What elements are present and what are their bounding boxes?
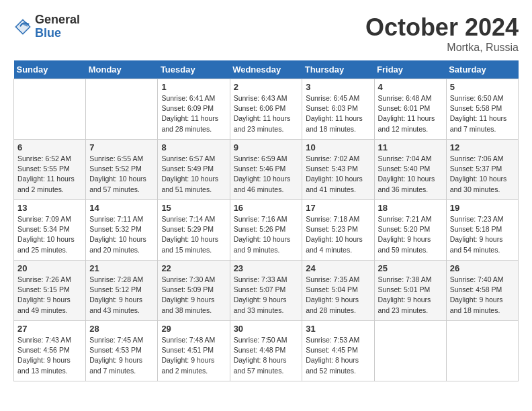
calendar-cell: 29Sunrise: 7:48 AM Sunset: 4:51 PM Dayli… xyxy=(158,321,230,381)
day-info: Sunrise: 7:50 AM Sunset: 4:48 PM Dayligh… xyxy=(234,335,299,376)
page-header: General Blue October 2024 Mortka, Russia xyxy=(13,13,519,54)
day-number: 28 xyxy=(89,324,154,334)
day-info: Sunrise: 6:50 AM Sunset: 5:58 PM Dayligh… xyxy=(450,93,515,134)
day-info: Sunrise: 6:41 AM Sunset: 6:09 PM Dayligh… xyxy=(161,93,226,134)
calendar-cell: 9Sunrise: 6:59 AM Sunset: 5:46 PM Daylig… xyxy=(230,140,302,200)
day-info: Sunrise: 7:18 AM Sunset: 5:23 PM Dayligh… xyxy=(306,214,370,255)
weekday-header-tuesday: Tuesday xyxy=(158,60,230,79)
logo-text: General Blue xyxy=(35,13,80,40)
calendar-cell: 19Sunrise: 7:23 AM Sunset: 5:18 PM Dayli… xyxy=(446,200,518,261)
day-info: Sunrise: 7:45 AM Sunset: 4:53 PM Dayligh… xyxy=(89,335,154,376)
month-title: October 2024 xyxy=(365,13,519,42)
day-info: Sunrise: 7:11 AM Sunset: 5:32 PM Dayligh… xyxy=(89,214,154,255)
calendar-cell: 14Sunrise: 7:11 AM Sunset: 5:32 PM Dayli… xyxy=(86,200,158,261)
day-number: 4 xyxy=(378,82,443,92)
day-number: 12 xyxy=(450,142,515,152)
day-number: 19 xyxy=(450,203,515,213)
calendar-cell: 16Sunrise: 7:16 AM Sunset: 5:26 PM Dayli… xyxy=(230,200,302,261)
day-number: 22 xyxy=(161,263,226,273)
day-number: 23 xyxy=(234,263,299,273)
calendar-cell: 28Sunrise: 7:45 AM Sunset: 4:53 PM Dayli… xyxy=(86,321,158,381)
day-info: Sunrise: 6:55 AM Sunset: 5:52 PM Dayligh… xyxy=(89,154,154,195)
calendar-cell xyxy=(14,79,86,140)
day-number: 26 xyxy=(450,263,515,273)
day-info: Sunrise: 7:43 AM Sunset: 4:56 PM Dayligh… xyxy=(17,335,82,376)
day-info: Sunrise: 6:52 AM Sunset: 5:55 PM Dayligh… xyxy=(17,154,82,195)
weekday-header-wednesday: Wednesday xyxy=(230,60,302,79)
day-info: Sunrise: 7:35 AM Sunset: 5:04 PM Dayligh… xyxy=(306,275,370,316)
calendar-cell: 25Sunrise: 7:38 AM Sunset: 5:01 PM Dayli… xyxy=(374,261,446,321)
calendar-cell: 2Sunrise: 6:43 AM Sunset: 6:06 PM Daylig… xyxy=(230,79,302,140)
calendar-cell: 26Sunrise: 7:40 AM Sunset: 4:58 PM Dayli… xyxy=(446,261,518,321)
calendar-cell xyxy=(374,321,446,381)
day-number: 15 xyxy=(161,203,226,213)
calendar-cell: 12Sunrise: 7:06 AM Sunset: 5:37 PM Dayli… xyxy=(446,140,518,200)
day-number: 17 xyxy=(306,203,370,213)
day-info: Sunrise: 7:48 AM Sunset: 4:51 PM Dayligh… xyxy=(161,335,226,376)
calendar-cell: 10Sunrise: 7:02 AM Sunset: 5:43 PM Dayli… xyxy=(302,140,374,200)
day-info: Sunrise: 7:04 AM Sunset: 5:40 PM Dayligh… xyxy=(378,154,443,195)
calendar-cell xyxy=(446,321,518,381)
day-info: Sunrise: 7:02 AM Sunset: 5:43 PM Dayligh… xyxy=(306,154,370,195)
day-number: 16 xyxy=(234,203,299,213)
calendar-cell: 13Sunrise: 7:09 AM Sunset: 5:34 PM Dayli… xyxy=(14,200,86,261)
day-info: Sunrise: 7:38 AM Sunset: 5:01 PM Dayligh… xyxy=(378,275,443,316)
day-info: Sunrise: 6:59 AM Sunset: 5:46 PM Dayligh… xyxy=(234,154,299,195)
calendar-cell: 7Sunrise: 6:55 AM Sunset: 5:52 PM Daylig… xyxy=(86,140,158,200)
day-number: 7 xyxy=(89,142,154,152)
day-info: Sunrise: 7:16 AM Sunset: 5:26 PM Dayligh… xyxy=(234,214,299,255)
day-number: 20 xyxy=(17,263,82,273)
day-number: 24 xyxy=(306,263,370,273)
day-number: 29 xyxy=(161,324,226,334)
logo-blue: Blue xyxy=(35,27,80,40)
day-info: Sunrise: 6:45 AM Sunset: 6:03 PM Dayligh… xyxy=(306,93,370,134)
calendar-cell: 21Sunrise: 7:28 AM Sunset: 5:12 PM Dayli… xyxy=(86,261,158,321)
calendar-cell: 23Sunrise: 7:33 AM Sunset: 5:07 PM Dayli… xyxy=(230,261,302,321)
calendar-cell: 6Sunrise: 6:52 AM Sunset: 5:55 PM Daylig… xyxy=(14,140,86,200)
week-row-4: 20Sunrise: 7:26 AM Sunset: 5:15 PM Dayli… xyxy=(14,261,519,321)
day-number: 5 xyxy=(450,82,515,92)
calendar-cell: 24Sunrise: 7:35 AM Sunset: 5:04 PM Dayli… xyxy=(302,261,374,321)
day-info: Sunrise: 7:21 AM Sunset: 5:20 PM Dayligh… xyxy=(378,214,443,255)
calendar-cell: 20Sunrise: 7:26 AM Sunset: 5:15 PM Dayli… xyxy=(14,261,86,321)
day-number: 31 xyxy=(306,324,370,334)
calendar-cell: 27Sunrise: 7:43 AM Sunset: 4:56 PM Dayli… xyxy=(14,321,86,381)
day-info: Sunrise: 7:06 AM Sunset: 5:37 PM Dayligh… xyxy=(450,154,515,195)
calendar-cell: 8Sunrise: 6:57 AM Sunset: 5:49 PM Daylig… xyxy=(158,140,230,200)
calendar-cell: 22Sunrise: 7:30 AM Sunset: 5:09 PM Dayli… xyxy=(158,261,230,321)
location: Mortka, Russia xyxy=(365,42,519,54)
day-info: Sunrise: 6:57 AM Sunset: 5:49 PM Dayligh… xyxy=(161,154,226,195)
day-number: 1 xyxy=(161,82,226,92)
day-info: Sunrise: 7:09 AM Sunset: 5:34 PM Dayligh… xyxy=(17,214,82,255)
week-row-1: 1Sunrise: 6:41 AM Sunset: 6:09 PM Daylig… xyxy=(14,79,519,140)
day-info: Sunrise: 7:23 AM Sunset: 5:18 PM Dayligh… xyxy=(450,214,515,255)
day-number: 21 xyxy=(89,263,154,273)
day-info: Sunrise: 7:33 AM Sunset: 5:07 PM Dayligh… xyxy=(234,275,299,316)
day-number: 11 xyxy=(378,142,443,152)
day-number: 10 xyxy=(306,142,370,152)
day-number: 6 xyxy=(17,142,82,152)
day-info: Sunrise: 7:53 AM Sunset: 4:45 PM Dayligh… xyxy=(306,335,370,376)
day-number: 13 xyxy=(17,203,82,213)
weekday-header-row: SundayMondayTuesdayWednesdayThursdayFrid… xyxy=(14,60,519,79)
svg-marker-0 xyxy=(14,18,31,35)
title-block: October 2024 Mortka, Russia xyxy=(365,13,519,54)
logo-general: General xyxy=(35,13,80,27)
day-info: Sunrise: 6:43 AM Sunset: 6:06 PM Dayligh… xyxy=(234,93,299,134)
day-number: 9 xyxy=(234,142,299,152)
logo-icon xyxy=(13,17,32,36)
day-number: 8 xyxy=(161,142,226,152)
calendar-cell: 18Sunrise: 7:21 AM Sunset: 5:20 PM Dayli… xyxy=(374,200,446,261)
week-row-2: 6Sunrise: 6:52 AM Sunset: 5:55 PM Daylig… xyxy=(14,140,519,200)
day-number: 3 xyxy=(306,82,370,92)
calendar-cell: 1Sunrise: 6:41 AM Sunset: 6:09 PM Daylig… xyxy=(158,79,230,140)
weekday-header-sunday: Sunday xyxy=(14,60,86,79)
weekday-header-saturday: Saturday xyxy=(446,60,518,79)
calendar-cell: 5Sunrise: 6:50 AM Sunset: 5:58 PM Daylig… xyxy=(446,79,518,140)
calendar-cell: 4Sunrise: 6:48 AM Sunset: 6:01 PM Daylig… xyxy=(374,79,446,140)
weekday-header-monday: Monday xyxy=(86,60,158,79)
day-info: Sunrise: 7:30 AM Sunset: 5:09 PM Dayligh… xyxy=(161,275,226,316)
day-number: 25 xyxy=(378,263,443,273)
day-info: Sunrise: 7:14 AM Sunset: 5:29 PM Dayligh… xyxy=(161,214,226,255)
day-info: Sunrise: 7:26 AM Sunset: 5:15 PM Dayligh… xyxy=(17,275,82,316)
